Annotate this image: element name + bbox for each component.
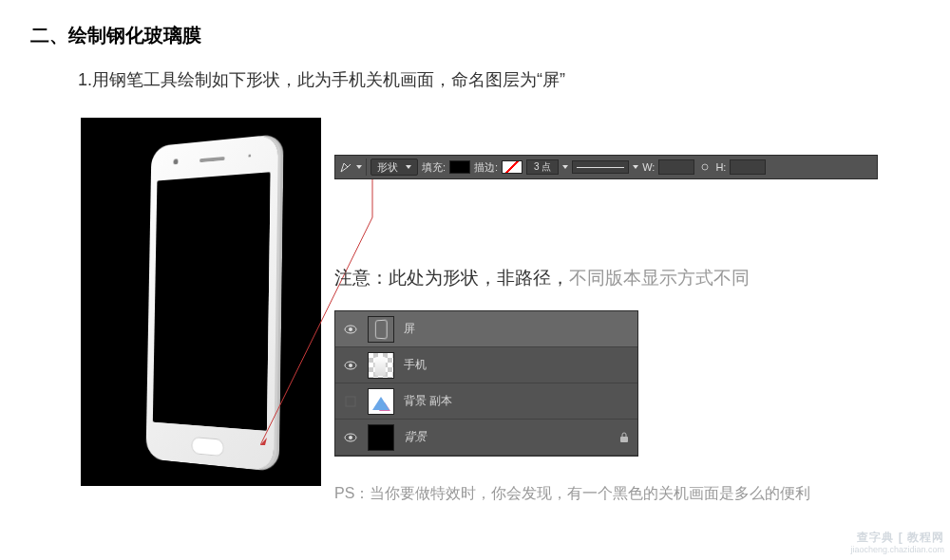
layer-row-bg[interactable]: 背景 xyxy=(335,420,637,456)
height-field[interactable] xyxy=(730,159,766,175)
stroke-width-field[interactable]: 3 点 xyxy=(526,159,559,175)
layer-name: 背景 xyxy=(404,429,609,445)
watermark: 查字典 [ 教程网 jiaocheng.chazidian.com xyxy=(850,531,944,556)
width-field[interactable] xyxy=(658,159,694,175)
layers-panel: 屏 手机 背景 副本 背景 xyxy=(334,310,638,457)
stroke-swatch[interactable] xyxy=(502,160,522,174)
layer-name: 背景 副本 xyxy=(404,393,630,409)
tool-preset-dropdown-icon[interactable] xyxy=(356,165,362,169)
lock-icon xyxy=(618,432,630,443)
visibility-eye-icon[interactable] xyxy=(343,430,358,445)
phone-mockup xyxy=(145,134,277,472)
svg-point-4 xyxy=(349,327,352,331)
watermark-main: 查字典 [ 教程网 xyxy=(850,531,944,546)
stroke-style-dropdown-icon[interactable] xyxy=(633,165,638,169)
layer-row-phone[interactable]: 手机 xyxy=(335,347,637,383)
pen-tool-icon[interactable] xyxy=(339,160,352,174)
watermark-sub: jiaocheng.chazidian.com xyxy=(850,545,944,556)
note-secondary: 不同版本显示方式不同 xyxy=(569,268,750,288)
options-bar: 形状 填充: 描边: 3 点 W: H: xyxy=(334,155,878,179)
stroke-label: 描边: xyxy=(474,160,498,175)
note-emphasis: 注意：此处为形状，非路径， xyxy=(334,268,569,288)
phone-preview-canvas xyxy=(81,118,321,486)
layer-name: 屏 xyxy=(404,321,630,337)
svg-point-9 xyxy=(349,436,352,439)
phone-camera xyxy=(173,159,178,164)
layer-thumb-black xyxy=(368,424,394,451)
layer-name: 手机 xyxy=(404,357,630,373)
visibility-eye-icon[interactable] xyxy=(343,394,358,409)
height-label: H: xyxy=(715,161,726,173)
stroke-width-value: 3 点 xyxy=(534,160,551,174)
section-title: 二、绘制钢化玻璃膜 xyxy=(30,23,201,48)
svg-rect-7 xyxy=(346,397,355,406)
layer-row-bgcopy[interactable]: 背景 副本 xyxy=(335,383,637,420)
chevron-down-icon xyxy=(406,165,411,169)
fill-label: 填充: xyxy=(422,160,446,175)
tool-mode-dropdown[interactable]: 形状 xyxy=(370,159,418,176)
width-label: W: xyxy=(642,161,655,173)
fill-swatch[interactable] xyxy=(449,160,470,174)
note-line: 注意：此处为形状，非路径，不同版本显示方式不同 xyxy=(334,266,750,290)
svg-point-6 xyxy=(349,364,352,367)
layer-row-screen[interactable]: 屏 xyxy=(335,311,637,347)
stroke-style-preview[interactable] xyxy=(572,160,629,174)
layer-thumb-mask xyxy=(368,388,394,415)
visibility-eye-icon[interactable] xyxy=(343,358,358,373)
visibility-eye-icon[interactable] xyxy=(343,322,358,337)
layer-thumb-checker xyxy=(368,352,394,379)
layer-thumb-shape xyxy=(368,316,394,343)
ps-footnote: PS：当你要做特效时，你会发现，有一个黑色的关机画面是多么的便利 xyxy=(334,484,810,504)
link-wh-icon[interactable] xyxy=(698,160,712,174)
svg-rect-10 xyxy=(620,437,628,442)
stroke-width-dropdown-icon[interactable] xyxy=(562,165,568,169)
tool-mode-label: 形状 xyxy=(377,160,398,175)
step-description: 1.用钢笔工具绘制如下形状，此为手机关机画面，命名图层为“屏” xyxy=(78,68,565,91)
separator xyxy=(366,159,367,176)
